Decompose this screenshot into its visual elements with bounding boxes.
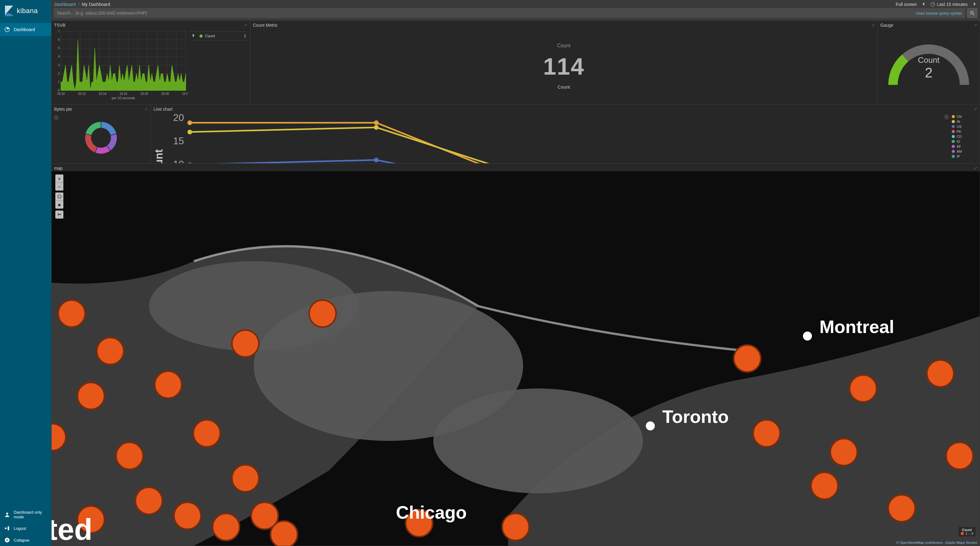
svg-point-137 — [850, 375, 877, 402]
brand: kibana — [0, 0, 51, 23]
sidebar-item-dashboard-only-mode[interactable]: Dashboard only mode — [0, 507, 51, 522]
svg-text:10:10: 10:10 — [57, 92, 65, 96]
panel-title: Count Metric — [250, 21, 877, 28]
line-legend: › CNINUSPKCDIDAFAMIP — [945, 112, 980, 163]
panel-gauge: Gauge ⤢ Count 2 — [877, 21, 980, 104]
legend-item[interactable]: IP — [947, 154, 978, 159]
sidebar-item-collapse[interactable]: Collapse — [0, 534, 51, 546]
map-controls: + − ⬠ ■ ✂ — [55, 174, 64, 219]
line-chart[interactable]: 05101520Countsuccessinfosecuritywarninge… — [151, 112, 945, 163]
map-zoom-out-button[interactable]: − — [55, 182, 64, 191]
panel-title: TSVB — [52, 21, 250, 28]
sidebar-item-label: Dashboard — [14, 27, 35, 32]
svg-text:Chicago: Chicago — [396, 503, 467, 522]
search-input[interactable] — [54, 8, 965, 18]
dashboard-icon — [4, 27, 10, 32]
topbar: Dashboard / My Dashboard Full screen Las… — [51, 0, 980, 21]
svg-text:Count: Count — [153, 149, 165, 164]
legend-item[interactable]: AF — [947, 144, 978, 149]
svg-point-124 — [174, 502, 201, 529]
time-next-button[interactable] — [972, 2, 977, 7]
sidebar-item-label: Collapse — [14, 538, 30, 543]
time-prev-button[interactable] — [921, 2, 926, 7]
panel-expand-button[interactable]: ⤢ — [974, 166, 977, 171]
svg-text:United: United — [52, 513, 92, 546]
svg-point-66 — [187, 130, 192, 134]
map-legend-title: Count — [961, 528, 973, 532]
legend-toggle-button[interactable]: › — [943, 114, 949, 120]
clock-icon — [931, 2, 935, 6]
legend-color-dot — [952, 155, 955, 158]
panel-expand-button[interactable]: ⤢ — [244, 23, 247, 27]
legend-color-dot — [952, 130, 955, 133]
lucene-syntax-link[interactable]: Uses lucene query syntax — [916, 11, 962, 16]
legend-item[interactable]: AM — [947, 149, 978, 154]
panel-title: map — [52, 164, 980, 171]
legend-toggle-button[interactable]: ‹ — [53, 115, 59, 120]
logout-icon — [4, 525, 10, 531]
legend-item[interactable]: PK — [947, 129, 978, 134]
svg-point-141 — [946, 442, 973, 469]
gauge-value: 2 — [918, 65, 939, 80]
panel-expand-button[interactable]: ⤢ — [974, 23, 977, 27]
svg-point-121 — [116, 442, 143, 469]
legend-item[interactable]: CN — [947, 114, 978, 119]
legend-label: PK — [957, 130, 961, 133]
ems-link[interactable]: Elastic Maps Service — [945, 541, 977, 544]
legend-color-dot — [952, 145, 955, 148]
sidebar-item-label: Dashboard only mode — [14, 510, 47, 519]
pie-body[interactable]: ‹ — [52, 112, 150, 163]
panel-tsvb: TSVB ⤢ 0123456710:1010:1210:1410:1610:18… — [51, 21, 250, 104]
svg-point-144 — [646, 421, 655, 430]
svg-text:7: 7 — [58, 30, 60, 33]
panel-title: Line chart — [151, 105, 980, 112]
fullscreen-button[interactable]: Full screen — [896, 2, 917, 7]
svg-point-134 — [734, 345, 761, 372]
legend-label: AM — [957, 150, 962, 153]
svg-point-96 — [433, 388, 643, 493]
svg-point-122 — [135, 487, 162, 514]
panel-bytes-pie: Bytes pie ⤢ ‹ — [51, 104, 151, 164]
panel-expand-button[interactable]: ⤢ — [974, 107, 977, 111]
map-fit-bounds-button[interactable]: ⬠ — [55, 192, 64, 201]
legend-item[interactable]: ID — [947, 139, 978, 144]
legend-toggle-button[interactable] — [191, 34, 195, 38]
svg-point-135 — [753, 420, 780, 447]
osm-link[interactable]: © OpenStreetMap contributors — [896, 541, 942, 544]
panel-expand-button[interactable]: ⤢ — [145, 107, 148, 111]
search-button[interactable] — [967, 8, 977, 18]
panel-expand-button[interactable]: ⤢ — [871, 23, 875, 27]
map-stop-button[interactable]: ■ — [55, 201, 64, 209]
metric-label-bottom: Count — [557, 84, 570, 89]
svg-point-123 — [155, 371, 182, 398]
svg-point-72 — [374, 158, 379, 162]
svg-text:4: 4 — [58, 55, 60, 58]
legend-item[interactable]: IN — [947, 119, 978, 124]
legend-color-dot — [199, 35, 203, 38]
svg-text:3: 3 — [58, 64, 60, 67]
svg-point-140 — [888, 495, 915, 522]
breadcrumb-root[interactable]: Dashboard — [54, 2, 76, 7]
legend-label: IN — [957, 120, 960, 123]
svg-point-4 — [970, 11, 973, 14]
svg-text:per 10 seconds: per 10 seconds — [111, 96, 135, 100]
map-zoom-in-button[interactable]: + — [55, 174, 64, 182]
legend-item[interactable]: US — [947, 124, 978, 129]
legend-label: AF — [957, 145, 961, 148]
panel-grid: TSVB ⤢ 0123456710:1010:1210:1410:1610:18… — [51, 21, 980, 546]
legend-item[interactable]: CD — [947, 134, 978, 139]
gauge-body[interactable]: Count 2 — [878, 28, 980, 104]
svg-point-2 — [6, 513, 8, 515]
tsvb-chart[interactable]: 0123456710:1010:1210:1410:1610:1810:2010… — [54, 30, 188, 102]
map-body[interactable]: MontrealTorontoChicagoUnited + − ⬠ ■ ✂ — [52, 171, 980, 546]
svg-text:2: 2 — [58, 72, 60, 75]
sidebar-nav: Dashboard — [0, 23, 51, 36]
sidebar-item-logout[interactable]: Logout — [0, 522, 51, 534]
panel-count-metric: Count Metric ⤢ Count 114 Count — [250, 21, 877, 104]
map-crop-button[interactable]: ✂ — [55, 211, 64, 219]
legend-color-dot — [952, 120, 955, 123]
sidebar-item-dashboard[interactable]: Dashboard — [0, 23, 51, 36]
legend-color-dot — [952, 140, 955, 143]
breadcrumb: Dashboard / My Dashboard — [54, 2, 110, 7]
time-picker[interactable]: Last 15 minutes — [931, 2, 967, 7]
